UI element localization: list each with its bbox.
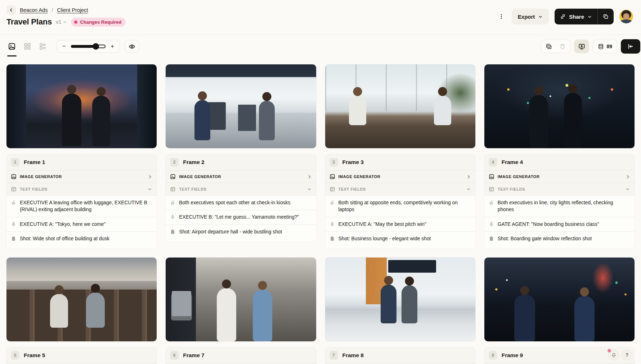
text-fields-row[interactable]: TEXT FIELDS (6, 183, 157, 195)
frame-title-row[interactable]: 6 Frame 7 (166, 347, 316, 363)
chevron-down-icon (466, 187, 471, 192)
chevron-right-icon (148, 174, 152, 179)
frame-title: Frame 3 (342, 159, 364, 165)
frame-title-row[interactable]: 5 Frame 5 (6, 347, 157, 363)
frame-cell-7: 6 Frame 7 IMAGE GENERATOR TEXT FIELDS (166, 258, 316, 364)
frame-9-image[interactable] (484, 258, 635, 341)
export-label: Export (518, 14, 535, 20)
monitor-play-icon (578, 43, 585, 50)
action-text-field[interactable]: Both sitting at opposite ends, competiti… (325, 195, 475, 217)
frame-1-card: 1 Frame 1 IMAGE GENERATOR TEXT FIELDS EX… (6, 154, 157, 249)
view-toggle-storyboard[interactable] (6, 41, 17, 52)
image-generator-row[interactable]: IMAGE GENERATOR (325, 170, 475, 183)
version-selector[interactable]: v1 (56, 19, 67, 25)
frame-title-row[interactable]: 2 Frame 2 (166, 154, 316, 170)
view-toggle-grid[interactable] (22, 41, 33, 52)
frame-4-image[interactable] (484, 64, 635, 148)
image-generator-row[interactable]: IMAGE GENERATOR (166, 170, 316, 183)
breadcrumb-link-workspace[interactable]: Beacon Ads (20, 7, 48, 13)
frame-2-image[interactable] (166, 64, 316, 148)
zoom-in-button[interactable]: + (110, 43, 115, 50)
frame-title-row[interactable]: 3 Frame 3 (325, 154, 475, 170)
multi-select-button[interactable] (542, 40, 556, 53)
share-split-button: Share (555, 9, 614, 24)
frame-1-image[interactable] (6, 64, 157, 148)
frame-number-badge: 2 (170, 158, 179, 167)
share-label: Share (569, 14, 584, 20)
action-text-field[interactable]: EXECUTIVE A leaving office with luggage,… (6, 195, 157, 217)
zoom-slider-handle[interactable] (93, 43, 99, 50)
back-button[interactable] (6, 5, 16, 15)
app-header: Beacon Ads / Client Project Travel Plans… (0, 0, 641, 35)
dialogue-text-field[interactable]: EXECUTIVE B: "Let me guess... Yamamoto m… (166, 210, 316, 224)
image-generator-row[interactable]: IMAGE GENERATOR (484, 170, 635, 183)
notifications-button[interactable] (608, 350, 619, 360)
user-avatar[interactable] (619, 10, 633, 23)
breadcrumb-link-project[interactable]: Client Project (57, 7, 88, 13)
text-fields-label: TEXT FIELDS (498, 187, 525, 191)
link-icon (560, 14, 566, 19)
image-generator-label: IMAGE GENERATOR (498, 174, 540, 179)
zoom-out-button[interactable]: − (62, 43, 67, 50)
copy-check-icon (546, 43, 552, 50)
text-fields-row[interactable]: TEXT FIELDS (166, 183, 316, 195)
shot-text-field[interactable]: Shot: Airport departure hall - wide bust… (166, 224, 316, 242)
database-icon (598, 44, 604, 50)
frame-7-image[interactable] (166, 258, 316, 341)
assets-counter-button[interactable]: 89 (593, 40, 617, 53)
dialogue-text-field[interactable]: EXECUTIVE A: "May the best pitch win" (325, 217, 475, 231)
image-generator-label: IMAGE GENERATOR (20, 174, 62, 179)
frame-5-image[interactable] (6, 258, 157, 341)
shot-text-field[interactable]: Shot: Wide shot of office building at du… (6, 231, 157, 249)
chevron-right-icon (466, 174, 471, 179)
frame-3-card: 3 Frame 3 IMAGE GENERATOR TEXT FIELDS Bo… (325, 154, 475, 249)
status-dot (74, 21, 77, 24)
frame-number-badge: 5 (11, 351, 19, 360)
frame-3-image[interactable] (325, 64, 475, 148)
table-icon (489, 186, 494, 192)
present-button[interactable] (574, 40, 589, 53)
dialogue-text-field[interactable]: GATE AGENT: "Now boarding business class… (484, 217, 635, 231)
chevron-left-icon (9, 8, 14, 13)
clapperboard-icon (170, 229, 175, 235)
share-button[interactable]: Share (555, 9, 597, 24)
shot-text-field[interactable]: Shot: Business lounge - elegant wide sho… (325, 231, 475, 249)
preview-visibility-button[interactable] (125, 40, 139, 53)
frame-title-row[interactable]: 7 Frame 8 (325, 347, 475, 363)
chevron-down-icon (63, 20, 67, 24)
shot-text: Shot: Wide shot of office building at du… (20, 235, 109, 242)
frame-cell-5: 5 Frame 5 IMAGE GENERATOR TEXT FIELDS (6, 258, 157, 364)
image-generator-label: IMAGE GENERATOR (339, 174, 381, 179)
list-view-icon (39, 42, 47, 50)
frame-title: Frame 1 (24, 159, 45, 165)
frame-title-row[interactable]: 1 Frame 1 (6, 154, 157, 170)
shot-text-field[interactable]: Shot: Boarding gate window reflection sh… (484, 231, 635, 249)
more-options-button[interactable] (497, 10, 506, 23)
trash-icon (559, 43, 566, 50)
export-button[interactable]: Export (512, 9, 549, 24)
breadcrumb-separator: / (51, 7, 53, 13)
status-badge[interactable]: Changes Required (71, 18, 126, 27)
delete-button[interactable] (556, 40, 569, 53)
help-button[interactable]: ? (622, 350, 632, 360)
action-text-field[interactable]: Both executives in line, city lights ref… (484, 195, 635, 217)
dialogue-text-field[interactable]: EXECUTIVE A: "Tokyo, here we come" (6, 217, 157, 231)
image-generator-row[interactable]: IMAGE GENERATOR (6, 170, 157, 183)
frame-number-badge: 1 (11, 158, 19, 167)
floating-help-widgets: ? (608, 350, 632, 360)
shot-text: Shot: Business lounge - elegant wide sho… (339, 235, 431, 242)
frame-cell-9: 8 Frame 9 IMAGE GENERATOR TEXT FIELDS (484, 258, 635, 364)
action-text-field[interactable]: Both executives spot each other at check… (166, 195, 316, 210)
version-label: v1 (56, 19, 61, 25)
frame-number-badge: 4 (489, 158, 497, 167)
text-fields-row[interactable]: TEXT FIELDS (484, 183, 635, 195)
view-toggle-list[interactable] (37, 41, 48, 52)
copy-link-button[interactable] (598, 9, 614, 24)
zoom-slider-track[interactable] (71, 43, 106, 50)
text-fields-row[interactable]: TEXT FIELDS (325, 183, 475, 195)
frame-8-image[interactable] (325, 258, 475, 341)
frame-title-row[interactable]: 4 Frame 4 (484, 154, 635, 170)
frame-8-card: 7 Frame 8 IMAGE GENERATOR TEXT FIELDS (325, 347, 475, 364)
frame-title: Frame 4 (502, 159, 523, 165)
collapse-panel-button[interactable] (621, 39, 640, 54)
